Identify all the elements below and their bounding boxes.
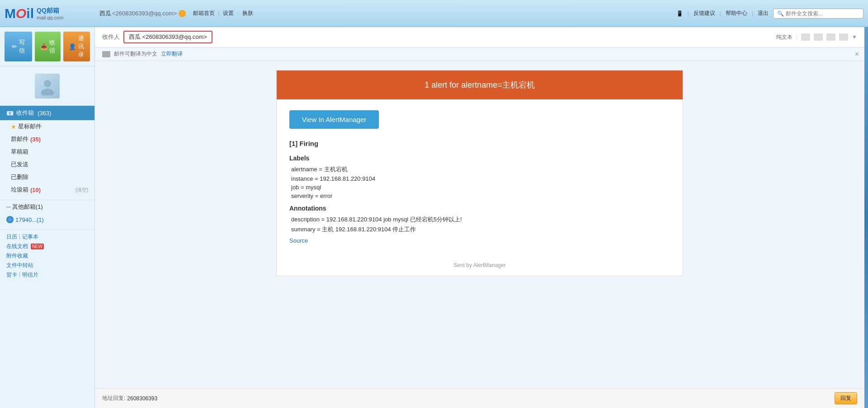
file-transfer-link[interactable]: 文件中转站 <box>6 262 33 268</box>
logo-domain: mail.qq.com <box>37 15 63 20</box>
top-bar: MOil QQ邮箱 mail.qq.com 西瓜 <2608306393@qq.… <box>0 0 868 27</box>
username: 西瓜 <box>99 9 111 18</box>
write-icon: ✏ <box>12 43 17 50</box>
annotations-title: Annotations <box>289 205 670 212</box>
user-info: 西瓜 <2608306393@qq.com> i 邮箱首页 | 设置 - 换肤 <box>99 9 676 18</box>
new-badge: NEW <box>31 244 44 249</box>
calendar-link[interactable]: 日历 <box>6 233 17 241</box>
annotation-description: description = 192.168.81.220:9104 job my… <box>289 216 670 224</box>
email-toolbar-right: 纯文本 | ▼ <box>776 33 857 41</box>
help-link[interactable]: 帮助中心 <box>726 9 747 17</box>
groups-count: (35) <box>30 136 41 143</box>
logo: MOil <box>5 6 34 21</box>
postcards-link[interactable]: 明信片 <box>22 271 38 279</box>
contacts-label: 通讯录 <box>78 34 85 59</box>
sidebar-item-deleted[interactable]: 已删除 <box>0 171 94 183</box>
footer-addr: 2608306393 <box>127 395 157 402</box>
labels-title: Labels <box>289 155 670 162</box>
chevron-down-icon[interactable]: ▼ <box>852 34 857 40</box>
email-header-bar: 收件人 西瓜 <2608306393@qq.com> 纯文本 | ▼ <box>95 27 864 47</box>
nav-settings[interactable]: 设置 <box>223 10 234 16</box>
recipient-label: 收件人 <box>102 33 120 41</box>
sidebar-item-sent[interactable]: 已发送 <box>0 158 94 171</box>
label-alertname: alertname = 主机宕机 <box>289 165 670 174</box>
logout-link[interactable]: 退出 <box>758 9 769 17</box>
translate-text: 邮件可翻译为中文 <box>114 50 157 58</box>
star-icon: ★ <box>11 123 16 130</box>
write-label: 写信 <box>19 38 25 55</box>
firing-title: [1] Firing <box>289 140 670 147</box>
scrollbar[interactable] <box>864 27 868 408</box>
label-job: job = mysql <box>289 184 670 191</box>
source-link[interactable]: Source <box>289 237 670 244</box>
logo-qq: QQ邮箱 <box>37 7 63 15</box>
email-body: 1 alert for alertname=主机宕机 View In Alert… <box>95 61 864 388</box>
trash-label: 垃圾箱 <box>11 186 28 194</box>
recipient-value: 西瓜 <2608306393@qq.com> <box>129 33 207 40</box>
email-footer-bar: 地址回复: 2608306393 回复 <box>95 388 864 408</box>
other-label: 其他邮箱(1) <box>12 203 43 210</box>
cards-link[interactable]: 贺卡 <box>6 271 17 279</box>
write-button[interactable]: ✏ 写信 <box>5 32 32 61</box>
sidebar-item-drafts[interactable]: 草稿箱 <box>0 145 94 158</box>
sidebar: ✏ 写信 📥 收信 👤 通讯录 <box>0 27 95 408</box>
user-email: <2608306393@qq.com> <box>112 10 177 17</box>
plaintext-link[interactable]: 纯文本 <box>776 33 793 41</box>
logo-area: MOil QQ邮箱 mail.qq.com <box>5 6 99 21</box>
content-area: 收件人 西瓜 <2608306393@qq.com> 纯文本 | ▼ 邮件可翻译… <box>95 27 864 408</box>
toolbar-icon-2[interactable] <box>814 33 823 41</box>
alert-header: 1 alert for alertname=主机宕机 <box>277 70 683 99</box>
translate-bar: 邮件可翻译为中文 立即翻译 × <box>95 47 864 61</box>
toolbar-icon-4[interactable] <box>839 33 848 41</box>
other-account-label: 17940...(1) <box>15 216 44 223</box>
deleted-label: 已删除 <box>11 173 28 181</box>
sent-label: 已发送 <box>11 160 28 169</box>
view-alertmanager-button[interactable]: View In AlertManager <box>289 110 379 129</box>
svg-point-0 <box>44 80 51 87</box>
email-content-box: 1 alert for alertname=主机宕机 View In Alert… <box>276 70 683 276</box>
sep2: | <box>720 10 721 17</box>
inbox-label: 收件箱 <box>16 109 34 117</box>
sidebar-item-inbox[interactable]: 📧 收件箱 (363) <box>0 106 94 120</box>
sidebar-item-starred[interactable]: ★ 星标邮件 <box>0 120 94 133</box>
translate-icon <box>102 51 110 57</box>
online-docs-link[interactable]: 在线文档 <box>6 243 28 249</box>
label-serverity: serverity = error <box>289 192 670 199</box>
drafts-label: 草稿箱 <box>11 148 28 156</box>
annotation-summary: summary = 主机 192.168.81.220:9104 停止工作 <box>289 225 670 234</box>
translate-close[interactable]: × <box>855 50 859 58</box>
sidebar-item-groups[interactable]: 群邮件 (35) <box>0 133 94 145</box>
attachment-link[interactable]: 附件收藏 <box>6 253 28 259</box>
sep1: | <box>688 10 689 17</box>
recipient-box: 西瓜 <2608306393@qq.com> <box>123 31 212 43</box>
feedback-link[interactable]: 反馈建议 <box>693 9 715 17</box>
footer-addr-label: 地址回复: <box>102 394 125 402</box>
search-input[interactable] <box>786 10 854 17</box>
globe-icon <box>6 216 14 223</box>
top-right: 📱 | 反馈建议 | 帮助中心 | 退出 🔍 <box>676 9 863 19</box>
alert-header-text: 1 alert for alertname=主机宕机 <box>425 80 535 89</box>
clear-label[interactable]: [清空] <box>75 187 88 193</box>
receive-button[interactable]: 📥 收信 <box>35 32 61 61</box>
sidebar-item-trash[interactable]: 垃圾箱 (10) [清空] <box>0 183 94 196</box>
notes-link[interactable]: 记事本 <box>22 233 38 241</box>
contacts-button[interactable]: 👤 通讯录 <box>63 32 90 61</box>
label-instance: instance = 192.168.81.220:9104 <box>289 175 670 182</box>
footer-reply-button[interactable]: 回复 <box>835 392 857 404</box>
toolbar-icon-3[interactable] <box>826 33 835 41</box>
sep3: | <box>752 10 753 17</box>
toolbar-icon-1[interactable] <box>801 33 810 41</box>
search-box[interactable]: 🔍 <box>773 9 863 19</box>
nav-home[interactable]: 邮箱首页 <box>193 10 215 16</box>
nav-switch[interactable]: 换肤 <box>242 10 253 16</box>
other-account-item[interactable]: 17940...(1) <box>0 214 94 225</box>
avatar <box>35 74 60 98</box>
receive-icon: 📥 <box>40 43 47 50</box>
alert-body: View In AlertManager [1] Firing Labels a… <box>277 99 683 255</box>
receive-label: 收信 <box>49 38 55 55</box>
translate-link[interactable]: 立即翻译 <box>161 50 183 58</box>
other-section-label[interactable]: ─ 其他邮箱(1) <box>0 200 94 214</box>
user-icon: i <box>179 10 186 17</box>
svg-point-1 <box>41 89 54 95</box>
expand-icon: ─ <box>6 203 10 210</box>
